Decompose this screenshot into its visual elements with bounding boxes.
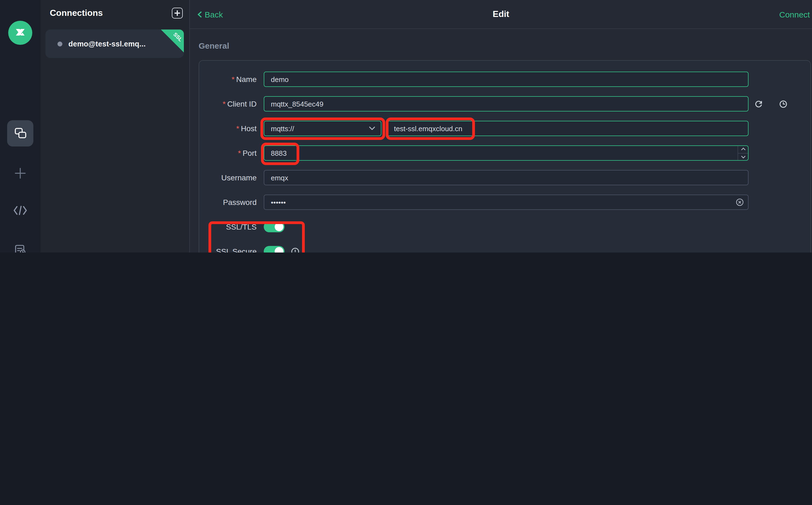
ssl-secure-toggle[interactable]: [264, 246, 284, 252]
ssl-tls-row: SSL/TLS: [208, 219, 802, 234]
refresh-icon[interactable]: [755, 100, 763, 108]
protocol-value: mqtts://: [271, 124, 369, 133]
host-input[interactable]: [387, 121, 748, 136]
page-title: Edit: [190, 9, 812, 19]
top-bar: Edit Back Connect: [190, 0, 812, 29]
connect-button[interactable]: Connect: [779, 10, 810, 19]
port-label: *Port: [208, 149, 257, 157]
client-id-input[interactable]: [264, 96, 748, 112]
username-input[interactable]: [264, 170, 748, 185]
connections-panel: Connections demo@test-ssl.emq... SSL: [40, 0, 189, 252]
code-icon: [13, 205, 27, 216]
stepper-up-icon: [740, 148, 745, 151]
required-asterisk: *: [231, 75, 234, 83]
connections-icon: [14, 127, 26, 140]
mqttx-logo-icon: [8, 21, 32, 45]
app-sidebar: [0, 0, 40, 252]
connections-panel-title: Connections: [50, 8, 172, 18]
sidebar-item-connections[interactable]: [0, 120, 40, 147]
connection-name: demo@test-ssl.emq...: [69, 40, 145, 48]
password-row: Password: [208, 195, 802, 210]
client-id-row: *Client ID: [208, 96, 802, 112]
general-card: *Name *Client ID: [199, 60, 811, 252]
required-asterisk: *: [238, 149, 241, 157]
host-row: *Host mqtts://: [208, 121, 802, 136]
host-label: *Host: [208, 124, 257, 133]
sidebar-item-script[interactable]: [0, 205, 40, 216]
username-row: Username: [208, 170, 802, 185]
ssl-secure-row: SSL Secure: [208, 244, 802, 252]
required-asterisk: *: [236, 124, 239, 133]
port-stepper[interactable]: [737, 146, 748, 160]
client-id-label: *Client ID: [208, 100, 257, 108]
ssl-secure-label: SSL Secure: [208, 247, 257, 252]
log-icon: [14, 244, 27, 252]
connection-status-dot: [57, 41, 63, 46]
port-input[interactable]: [264, 145, 748, 161]
section-heading-general: General: [199, 41, 811, 50]
ssl-tls-label: SSL/TLS: [208, 222, 257, 231]
required-asterisk: *: [223, 100, 226, 108]
app-window: Connections demo@test-ssl.emq... SSL Edi…: [0, 0, 812, 252]
plus-icon: [14, 167, 27, 180]
mqttx-logo: [0, 21, 40, 45]
ssl-secure-info-icon[interactable]: [291, 247, 299, 252]
edit-connection-view: Edit Back Connect General *Name *Client …: [189, 0, 812, 252]
name-input[interactable]: [264, 71, 748, 87]
sidebar-item-log[interactable]: [0, 244, 40, 252]
password-label: Password: [208, 198, 257, 207]
connection-list-item[interactable]: demo@test-ssl.emq... SSL: [45, 29, 184, 58]
form-scroll-area: General *Name *Client ID: [190, 41, 812, 252]
protocol-select[interactable]: mqtts://: [264, 121, 381, 136]
ssl-tls-toggle[interactable]: [264, 221, 284, 232]
name-row: *Name: [208, 71, 802, 87]
sidebar-item-new-connection[interactable]: [0, 167, 40, 180]
password-input[interactable]: [264, 195, 748, 210]
stepper-down-icon: [740, 155, 745, 159]
chevron-down-icon: [369, 126, 375, 131]
history-clock-icon[interactable]: [779, 100, 787, 108]
port-row: *Port: [208, 145, 802, 161]
name-label: *Name: [208, 75, 257, 83]
clear-password-icon[interactable]: [736, 198, 743, 206]
username-label: Username: [208, 173, 257, 182]
new-connection-button[interactable]: [172, 8, 183, 19]
